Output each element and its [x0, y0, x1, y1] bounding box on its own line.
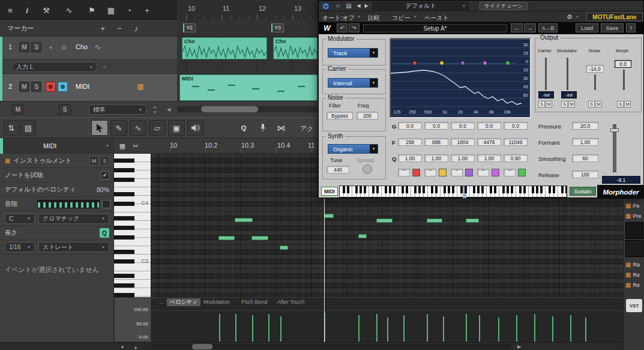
band2-color-swatch[interactable]	[439, 169, 447, 177]
band5-gain[interactable]: 0.0	[504, 122, 528, 130]
add-icon[interactable]: +	[142, 5, 152, 15]
band1-gain[interactable]: 0.0	[398, 122, 422, 130]
stepper-up-icon[interactable]: ▲	[151, 104, 158, 109]
track-solo-button[interactable]: S	[31, 82, 41, 92]
band4-color-swatch[interactable]	[492, 169, 499, 177]
band4-freq[interactable]: 4476	[477, 138, 501, 146]
velocity-bar[interactable]	[387, 318, 388, 342]
global-solo-button[interactable]: S	[59, 104, 71, 115]
midi-note[interactable]	[358, 234, 367, 238]
band5-q[interactable]: 0.90	[504, 154, 528, 162]
midi-enable-button[interactable]: MIDI	[321, 187, 338, 196]
midi-note[interactable]	[324, 214, 334, 218]
bypass-icon[interactable]: ∩	[333, 2, 343, 10]
help-button[interactable]: ?	[626, 23, 636, 32]
copy-button[interactable]: コピー	[392, 14, 410, 22]
modulator-fader[interactable]	[567, 58, 568, 90]
band5-color-swatch[interactable]	[518, 169, 526, 177]
scrollbar-thumb[interactable]	[201, 106, 258, 112]
menu-icon[interactable]: ≡	[5, 5, 16, 15]
band5-freq[interactable]: 11046	[504, 138, 528, 146]
plugin-power-button[interactable]	[320, 2, 331, 10]
audio-device-badge[interactable]: MOTUFastLane	[586, 13, 643, 21]
instrument-icon[interactable]: ▦	[136, 82, 145, 91]
velocity-bar[interactable]	[280, 316, 281, 342]
instrument-solo-button[interactable]: S	[100, 156, 109, 165]
setup-prev-button[interactable]: ←	[511, 23, 523, 32]
carrier-solo-button[interactable]: S	[538, 101, 545, 107]
modulator-solo-button[interactable]: S	[561, 101, 568, 107]
quantize-button[interactable]: Q	[100, 228, 109, 238]
audition-tool-button[interactable]	[187, 120, 204, 136]
fader-handle[interactable]	[610, 128, 619, 132]
root-note-select[interactable]: C ▼	[5, 214, 35, 224]
midi-note[interactable]	[280, 246, 288, 250]
band2-shape-button[interactable]: ⌒	[424, 169, 436, 177]
audio-region[interactable]: Cho	[273, 37, 317, 59]
stepper-down-icon[interactable]: ▼	[151, 109, 158, 115]
media-list-item[interactable]: ▦ Re	[624, 280, 644, 290]
velocity-bar[interactable]	[376, 314, 378, 342]
carrier-fader[interactable]	[545, 58, 547, 90]
preset-select[interactable]: デフォルト ▼	[373, 2, 469, 10]
morph-fader[interactable]	[623, 70, 625, 90]
add-marker-button[interactable]: +	[97, 23, 108, 33]
velocity-bar[interactable]	[534, 314, 535, 342]
marker-flag-icon[interactable]: ⚑	[86, 5, 97, 15]
synth-mode-select[interactable]: Organic ▼	[328, 144, 378, 154]
carrier-gain-readout[interactable]: -Inf	[538, 91, 554, 98]
media-list-item[interactable]: ▦ Pe	[624, 201, 644, 211]
modulator-source-select[interactable]: Track ▼	[328, 48, 378, 58]
scrollbar-thumb[interactable]	[192, 344, 212, 349]
scissors-icon[interactable]: ✂	[131, 141, 140, 151]
arrange-hscrollbar[interactable]	[177, 106, 318, 112]
controller-lane[interactable]: ... ベロシティ Modulation Pitch Bend After To…	[151, 297, 623, 342]
eq-band-handle-5[interactable]	[505, 61, 510, 65]
length-value-select[interactable]: 1/16 ▼	[5, 242, 35, 252]
band1-freq[interactable]: 258	[398, 138, 422, 146]
track-name[interactable]: MIDI	[76, 83, 89, 90]
global-mute-button[interactable]: M	[12, 104, 24, 115]
editor-list-icon[interactable]: ▤	[20, 120, 36, 136]
select-tool-button[interactable]	[91, 120, 108, 136]
plugin-keyboard[interactable]	[339, 186, 567, 198]
gear-icon[interactable]: ⚙	[565, 13, 574, 21]
arrange-area[interactable]: Cho Cho MIDI	[177, 37, 318, 101]
lane-expand-icon[interactable]: ▴	[131, 343, 140, 350]
keyboard-display-icon[interactable]: ▦	[118, 141, 127, 151]
media-thumbnail[interactable]	[625, 222, 643, 239]
velocity-bar[interactable]	[268, 314, 269, 342]
sustain-button[interactable]: Sustain	[570, 187, 596, 196]
band3-gain[interactable]: 0.0	[451, 122, 475, 130]
noise-mute-button[interactable]: M	[595, 101, 602, 107]
spread-knob[interactable]	[363, 164, 372, 174]
redo-button[interactable]: ↷	[349, 23, 360, 32]
info-icon[interactable]: i	[23, 5, 31, 15]
automation-icon[interactable]: ∿	[64, 5, 74, 15]
quantize-q-icon[interactable]: Q	[238, 122, 250, 133]
load-button[interactable]: Load	[576, 23, 598, 32]
next-preset-icon[interactable]: ▶	[363, 2, 370, 10]
morph-solo-button[interactable]: S	[617, 101, 624, 107]
band3-shape-button[interactable]: ⌒	[451, 169, 463, 177]
waves-logo[interactable]: W	[320, 23, 334, 33]
velocity-bar[interactable]	[479, 315, 480, 342]
audition-checkbox[interactable]: ✓	[101, 171, 109, 180]
black-keys[interactable]	[340, 186, 567, 193]
morph-value[interactable]: 0.0	[615, 60, 631, 68]
release-value[interactable]: 100	[572, 170, 598, 178]
midi-note[interactable]	[218, 236, 235, 240]
modulator-mute-button[interactable]: M	[568, 101, 575, 107]
preset-file-icon[interactable]: ▤	[344, 2, 354, 10]
eq-display[interactable]: 30 15 0 15 30 45 60 125 250 500 1k 2k 4k…	[390, 38, 531, 118]
velocity-bar[interactable]	[427, 314, 428, 342]
band4-gain[interactable]: 0.0	[477, 122, 501, 130]
band2-gain[interactable]: 0.0	[424, 122, 448, 130]
velocity-bar[interactable]	[219, 314, 220, 342]
modulator-gain-readout[interactable]: -Inf	[561, 91, 577, 98]
record-arm-button-active[interactable]	[46, 82, 56, 92]
eq-band-handle-2[interactable]	[439, 61, 444, 65]
midi-note[interactable]	[376, 219, 393, 223]
media-list-item[interactable]: ▦ Re	[624, 270, 644, 280]
scroll-right-icon[interactable]: ▶	[515, 343, 523, 350]
